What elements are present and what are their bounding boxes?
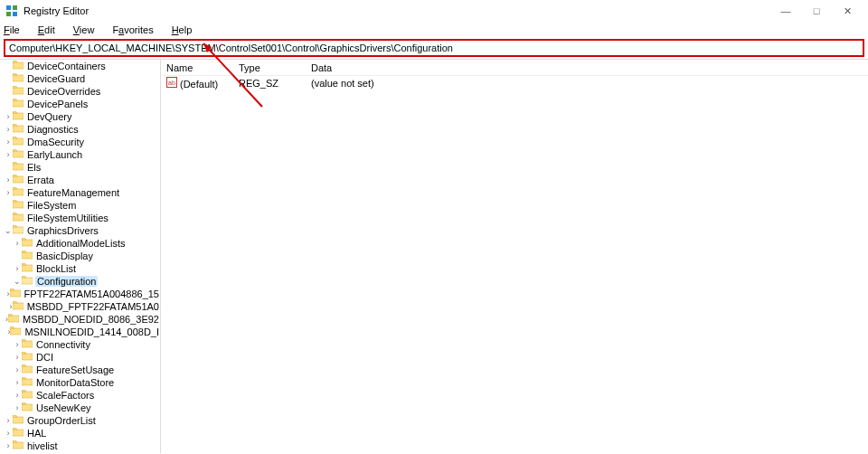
tree-item[interactable]: › MonitorDataStore xyxy=(0,376,160,389)
address-input[interactable] xyxy=(5,41,863,55)
folder-icon xyxy=(13,99,24,109)
tree-item[interactable]: ⌄ GraphicsDrivers xyxy=(0,224,160,237)
menu-edit[interactable]: Edit xyxy=(38,24,64,35)
tree-item[interactable]: › FeatureSetUsage xyxy=(0,364,160,376)
tree-item[interactable]: Els xyxy=(0,161,160,174)
tree-item[interactable]: › EarlyLaunch xyxy=(0,148,160,161)
expand-icon[interactable]: › xyxy=(13,378,22,387)
expand-icon[interactable]: › xyxy=(13,239,22,248)
folder-icon xyxy=(13,301,24,312)
expand-icon[interactable]: › xyxy=(13,353,22,362)
tree-item[interactable]: DevicePanels xyxy=(0,98,160,110)
menu-view[interactable]: View xyxy=(73,24,104,35)
content-area: DeviceContainers DeviceGuard DeviceOverr… xyxy=(0,59,868,453)
tree-item[interactable]: BasicDisplay xyxy=(0,250,160,262)
menu-help[interactable]: Help xyxy=(172,24,202,35)
expand-icon[interactable]: › xyxy=(4,125,13,134)
menubar: File Edit View Favorites Help xyxy=(0,22,868,38)
expand-icon[interactable]: › xyxy=(4,441,13,450)
tree-label: DevicePanels xyxy=(26,99,89,109)
tree-label: BlockList xyxy=(35,263,77,274)
tree-item[interactable]: › GroupOrderList xyxy=(0,414,160,427)
folder-icon xyxy=(13,137,24,147)
folder-icon xyxy=(13,213,24,223)
tree-item[interactable]: › MSNILNOEDID_1414_008D_I xyxy=(0,326,160,338)
tree-label: ScaleFactors xyxy=(35,390,95,401)
tree-item[interactable]: FileSystem xyxy=(0,199,160,212)
tree-item[interactable]: › ScaleFactors xyxy=(0,389,160,402)
tree-label: MSBDD_FPTF22FATAM51A0 xyxy=(26,301,160,312)
tree-label: UseNewKey xyxy=(35,402,92,413)
minimize-button[interactable]: — xyxy=(770,0,801,22)
tree-item[interactable]: › Diagnostics xyxy=(0,123,160,136)
tree-item[interactable]: › MSBDD_FPTF22FATAM51A0 xyxy=(0,300,160,313)
expand-icon[interactable]: › xyxy=(13,340,22,349)
svg-rect-1 xyxy=(13,5,17,10)
tree-item[interactable]: › Errata xyxy=(0,174,160,186)
tree-item[interactable]: › MSBDD_NOEDID_8086_3E92 xyxy=(0,313,160,326)
tree-label: FileSystemUtilities xyxy=(26,213,109,223)
tree-item[interactable]: FileSystemUtilities xyxy=(0,212,160,224)
tree-item[interactable]: › FeatureManagement xyxy=(0,186,160,199)
expand-icon[interactable]: › xyxy=(4,188,13,197)
folder-icon xyxy=(22,390,33,401)
tree-item[interactable]: › HAL xyxy=(0,427,160,440)
tree-label: DeviceContainers xyxy=(26,61,107,71)
column-type[interactable]: Type xyxy=(233,62,306,73)
tree-item[interactable]: › DevQuery xyxy=(0,110,160,123)
expand-icon[interactable]: › xyxy=(4,137,13,147)
expand-icon[interactable]: › xyxy=(4,175,13,184)
maximize-button[interactable]: □ xyxy=(801,0,832,22)
app-icon xyxy=(5,5,18,17)
tree-label: Configuration xyxy=(35,276,98,287)
registry-tree[interactable]: DeviceContainers DeviceGuard DeviceOverr… xyxy=(0,60,161,453)
tree-item[interactable]: ⌄ Configuration xyxy=(0,275,160,288)
tree-label: DevQuery xyxy=(26,111,73,122)
folder-icon xyxy=(22,263,33,274)
expand-icon[interactable]: › xyxy=(13,403,22,412)
tree-label: EarlyLaunch xyxy=(26,149,83,160)
tree-item[interactable]: › Connectivity xyxy=(0,338,160,351)
tree-item[interactable]: › FPTF22FATAM51A004886_15 xyxy=(0,288,160,300)
expand-icon[interactable]: › xyxy=(4,112,13,121)
tree-item[interactable]: › BlockList xyxy=(0,262,160,275)
expand-icon[interactable]: › xyxy=(4,150,13,159)
expand-icon[interactable]: ⌄ xyxy=(4,226,13,235)
tree-label: DCI xyxy=(35,352,54,363)
expand-icon[interactable]: › xyxy=(13,391,22,400)
menu-file[interactable]: File xyxy=(4,24,29,35)
tree-item[interactable]: DeviceGuard xyxy=(0,72,160,85)
expand-icon[interactable]: › xyxy=(4,429,13,438)
menu-favorites[interactable]: Favorites xyxy=(112,24,162,35)
window-title: Registry Editor xyxy=(24,5,770,16)
column-name[interactable]: Name xyxy=(161,62,233,73)
tree-item[interactable]: DeviceContainers xyxy=(0,60,160,72)
tree-item[interactable]: › DCI xyxy=(0,351,160,364)
folder-icon xyxy=(22,276,33,287)
tree-label: GraphicsDrivers xyxy=(26,225,99,236)
tree-item[interactable]: › DmaSecurity xyxy=(0,136,160,148)
tree-item[interactable]: › UseNewKey xyxy=(0,402,160,414)
tree-label: FeatureSetUsage xyxy=(35,364,115,375)
tree-item[interactable]: › Hvsi xyxy=(0,452,160,453)
tree-label: hivelist xyxy=(26,440,59,451)
tree-label: Connectivity xyxy=(35,339,91,350)
svg-rect-2 xyxy=(6,12,11,16)
tree-label: MonitorDataStore xyxy=(35,377,115,388)
expand-icon[interactable]: › xyxy=(13,365,22,374)
tree-label: FileSystem xyxy=(26,200,77,211)
close-button[interactable]: ✕ xyxy=(832,0,863,22)
values-header: Name Type Data xyxy=(161,60,868,76)
tree-item[interactable]: › AdditionalModeLists xyxy=(0,237,160,250)
expand-icon[interactable]: › xyxy=(13,264,22,273)
tree-label: DeviceOverrides xyxy=(26,86,101,97)
tree-item[interactable]: › hivelist xyxy=(0,440,160,452)
column-data[interactable]: Data xyxy=(306,62,868,73)
expand-icon[interactable]: ⌄ xyxy=(13,277,22,286)
tree-item[interactable]: DeviceOverrides xyxy=(0,85,160,98)
expand-icon[interactable]: › xyxy=(4,416,13,425)
tree-label: Diagnostics xyxy=(26,124,80,135)
folder-icon xyxy=(13,111,24,122)
folder-icon xyxy=(13,162,24,173)
value-row[interactable]: ab (Default)REG_SZ(value not set) xyxy=(161,76,868,90)
